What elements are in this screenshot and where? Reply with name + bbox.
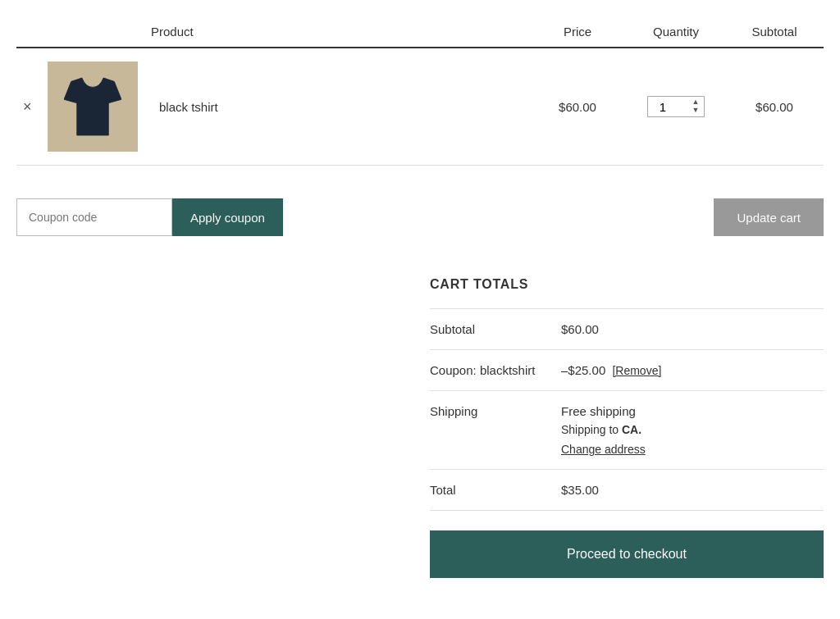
shipping-label: Shipping [430,391,561,470]
shipping-free-text: Free shipping [561,404,824,418]
subtotal-value: $60.00 [561,309,824,350]
table-row: × black tshirt $60.00 [16,48,824,166]
col-header-subtotal: Subtotal [725,16,824,48]
totals-table: Subtotal $60.00 Coupon: blacktshirt –$25… [430,308,824,511]
coupon-row: Coupon: blacktshirt –$25.00 [Remove] [430,350,824,391]
checkout-button[interactable]: Proceed to checkout [430,530,824,578]
shipping-row: Shipping Free shipping Shipping to CA. C… [430,391,824,470]
cart-totals-section: CART TOTALS Subtotal $60.00 Coupon: blac… [430,277,824,578]
remove-item-button[interactable]: × [23,98,32,116]
coupon-section: Apply coupon [16,198,283,236]
update-cart-button[interactable]: Update cart [714,198,824,236]
product-name: black tshirt [151,100,218,114]
qty-down-button[interactable]: ▼ [691,107,701,115]
product-subtotal: $60.00 [756,100,793,114]
shipping-to-text: Shipping to CA. [561,423,824,436]
quantity-stepper[interactable] [651,100,687,114]
product-image [48,61,138,152]
cart-totals-title: CART TOTALS [430,277,824,292]
coupon-discount-value: –$25.00 [561,363,605,377]
col-header-quantity: Quantity [627,16,725,48]
cart-table: Product Price Quantity Subtotal × [16,16,824,166]
total-value: $35.00 [561,470,824,511]
coupon-input[interactable] [16,198,172,236]
apply-coupon-button[interactable]: Apply coupon [172,198,283,236]
coupon-label: Coupon: blacktshirt [430,350,561,391]
cart-actions: Apply coupon Update cart [16,190,824,244]
shipping-country: CA. [622,423,641,436]
tshirt-icon [64,74,121,139]
subtotal-label: Subtotal [430,309,561,350]
quantity-input-wrapper: ▲ ▼ [647,96,705,117]
col-header-price: Price [528,16,627,48]
total-row: Total $35.00 [430,470,824,511]
change-address-button[interactable]: Change address [561,443,646,456]
total-label: Total [430,470,561,511]
subtotal-row: Subtotal $60.00 [430,309,824,350]
col-header-product: Product [144,16,528,48]
product-price: $60.00 [559,100,596,114]
remove-coupon-button[interactable]: [Remove] [612,364,661,377]
